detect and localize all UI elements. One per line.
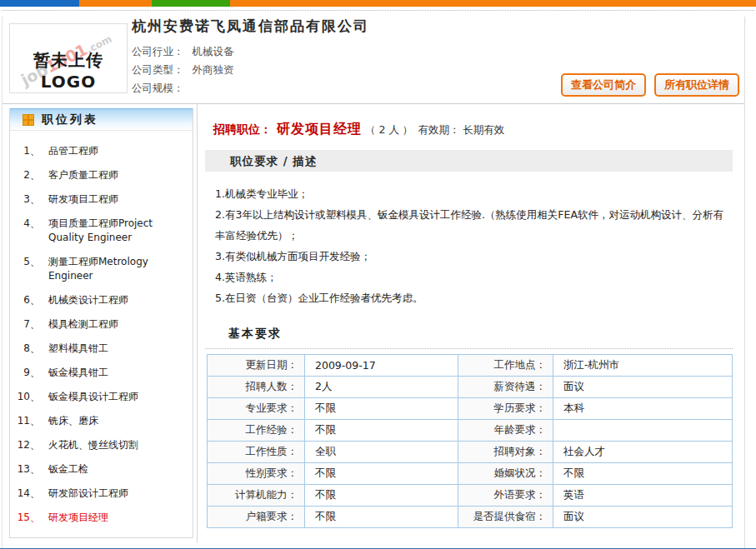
job-type-value: 全职: [305, 442, 458, 463]
view-company-profile-button[interactable]: 查看公司简介: [561, 73, 646, 97]
company-type-label: 公司类型：: [132, 63, 184, 76]
item-label: 客户质量工程师: [40, 168, 118, 182]
item-label: 钣金工检: [40, 462, 88, 477]
experience-value: 不限: [305, 420, 458, 442]
item-number: 2、: [10, 168, 40, 182]
table-row: 计算机能力： 不限 外语要求： 英语: [208, 485, 733, 507]
header-buttons: 查看公司简介 所有职位详情: [561, 73, 739, 97]
item-number: 10、: [10, 390, 40, 404]
headcount-label: 招聘人数：: [208, 377, 305, 398]
target-label: 招聘对象：: [458, 442, 553, 463]
company-type-value: 外商独资: [192, 63, 233, 76]
job-list-item-15-selected[interactable]: 15、研发项目经理: [10, 506, 189, 530]
content-area: 职位列表 1、品管工程师 2、客户质量工程师 3、研发项目工程师 4、项目质量工…: [3, 104, 744, 542]
table-row: 更新日期： 2009-09-17 工作地点： 浙江-杭州市: [208, 355, 733, 377]
topbar-blue-segment: [0, 0, 79, 7]
job-list-sidebar: 职位列表 1、品管工程师 2、客户质量工程师 3、研发项目工程师 4、项目质量工…: [9, 108, 193, 538]
company-header: job1001.com 暂未上传LOGO 杭州安费诺飞凤通信部品有限公司 公司行…: [3, 17, 744, 104]
top-color-bar: [0, 0, 756, 7]
table-row: 专业要求： 不限 学历要求： 本科: [208, 398, 733, 420]
basic-requirements-table: 更新日期： 2009-09-17 工作地点： 浙江-杭州市 招聘人数： 2人 薪…: [207, 354, 733, 528]
company-industry-value: 机械设备: [192, 45, 233, 57]
item-label: 钣金模具钳工: [40, 366, 108, 380]
item-label: 研发项目工程师: [40, 192, 118, 207]
marital-value: 不限: [553, 463, 733, 485]
job-list-item-2[interactable]: 2、客户质量工程师: [10, 163, 189, 187]
table-row: 工作性质： 全职 招聘对象： 社会人才: [208, 442, 733, 463]
work-location-label: 工作地点：: [458, 355, 553, 377]
job-list-item-4[interactable]: 4、项目质量工程师Project Quality Engineer: [10, 212, 189, 250]
major-value: 不限: [305, 398, 458, 420]
item-label: 钣金模具设计工程师: [40, 390, 138, 404]
item-label: 机械类设计工程师: [40, 293, 128, 307]
description-line: 4.英语熟练；: [215, 267, 733, 287]
table-row: 工作经验： 不限 年龄要求：: [208, 420, 733, 442]
item-label: 项目质量工程师Project Quality Engineer: [40, 217, 189, 245]
item-label: 研发项目经理: [40, 511, 108, 525]
headcount-value: 2人: [305, 377, 458, 398]
basic-requirements-title: 基本要求: [205, 327, 733, 349]
logo-placeholder-text: 暂未上传LOGO: [10, 49, 127, 92]
company-name: 杭州安费诺飞凤通信部品有限公司: [132, 17, 744, 36]
update-date-value: 2009-09-17: [305, 355, 458, 377]
age-label: 年龄要求：: [458, 420, 553, 442]
job-list-item-10[interactable]: 10、钣金模具设计工程师: [10, 385, 189, 409]
grid-icon: [23, 115, 33, 125]
validity-label: 有效期：: [418, 123, 459, 136]
job-list-item-7[interactable]: 7、模具检测工程师: [10, 312, 189, 337]
gender-label: 性别要求：: [208, 463, 305, 485]
item-number: 15、: [10, 511, 40, 525]
item-number: 8、: [10, 342, 40, 356]
education-value: 本科: [553, 398, 733, 420]
item-number: 3、: [10, 192, 40, 207]
job-list-item-13[interactable]: 13、钣金工检: [10, 457, 189, 482]
major-label: 专业要求：: [208, 398, 305, 420]
residency-value: 不限: [305, 507, 458, 528]
company-scale-label: 公司规模：: [132, 82, 184, 94]
board-lodging-label: 是否提供食宿：: [458, 507, 553, 528]
job-list-item-6[interactable]: 6、机械类设计工程师: [10, 288, 189, 312]
company-industry-label: 公司行业：: [132, 45, 184, 57]
job-list-item-8[interactable]: 8、塑料模具钳工: [10, 337, 189, 361]
page: job1001.com 暂未上传LOGO 杭州安费诺飞凤通信部品有限公司 公司行…: [0, 0, 756, 549]
topbar-orange-segment-2: [230, 0, 756, 7]
item-number: 9、: [10, 366, 40, 380]
job-list-title: 职位列表: [42, 112, 98, 127]
table-row: 性别要求： 不限 婚姻状况： 不限: [208, 463, 733, 485]
job-list-item-1[interactable]: 1、品管工程师: [10, 139, 189, 163]
job-list-item-3[interactable]: 3、研发项目工程师: [10, 187, 189, 212]
all-jobs-detail-button[interactable]: 所有职位详情: [654, 73, 739, 97]
job-list-item-9[interactable]: 9、钣金模具钳工: [10, 361, 189, 385]
job-list-item-11[interactable]: 11、铣床、磨床: [10, 409, 189, 433]
salary-label: 薪资待遇：: [458, 377, 553, 398]
item-number: 12、: [10, 438, 40, 452]
job-description: 1.机械类专业毕业； 2.有3年以上结构设计或塑料模具、钣金模具设计工作经验.（…: [205, 172, 733, 308]
item-label: 火花机、慢丝线切割: [40, 438, 138, 452]
item-label: 铣床、磨床: [40, 414, 98, 428]
board-lodging-value: 面议: [553, 507, 733, 528]
company-logo-placeholder: job1001.com 暂未上传LOGO: [9, 23, 128, 93]
gender-value: 不限: [305, 463, 458, 485]
item-label: 塑料模具钳工: [40, 342, 108, 356]
job-list-item-12[interactable]: 12、火花机、慢丝线切割: [10, 433, 189, 457]
table-row: 招聘人数： 2人 薪资待遇： 面议: [208, 377, 733, 398]
item-number: 6、: [10, 293, 40, 307]
salary-value: 面议: [553, 377, 733, 398]
residency-label: 户籍要求：: [208, 507, 305, 528]
dotted-divider: [2, 7, 754, 11]
item-number: 13、: [10, 462, 40, 477]
computer-skill-label: 计算机能力：: [208, 485, 305, 507]
item-number: 4、: [10, 217, 40, 245]
item-number: 11、: [10, 414, 40, 428]
topbar-orange-segment: [79, 0, 152, 7]
job-list-item-14[interactable]: 14、研发部设计工程师: [10, 482, 189, 506]
age-value: [553, 420, 733, 442]
item-label: 研发部设计工程师: [40, 487, 128, 501]
update-date-label: 更新日期：: [208, 355, 305, 377]
job-title: 研发项目经理: [277, 121, 362, 137]
foreign-language-value: 英语: [553, 485, 733, 507]
job-list-item-5[interactable]: 5、测量工程师Metrology Engineer: [10, 250, 189, 288]
company-industry-row: 公司行业： 机械设备: [132, 42, 744, 61]
headcount: （ 2 人 ）: [365, 123, 413, 136]
description-line: 1.机械类专业毕业；: [215, 183, 733, 204]
